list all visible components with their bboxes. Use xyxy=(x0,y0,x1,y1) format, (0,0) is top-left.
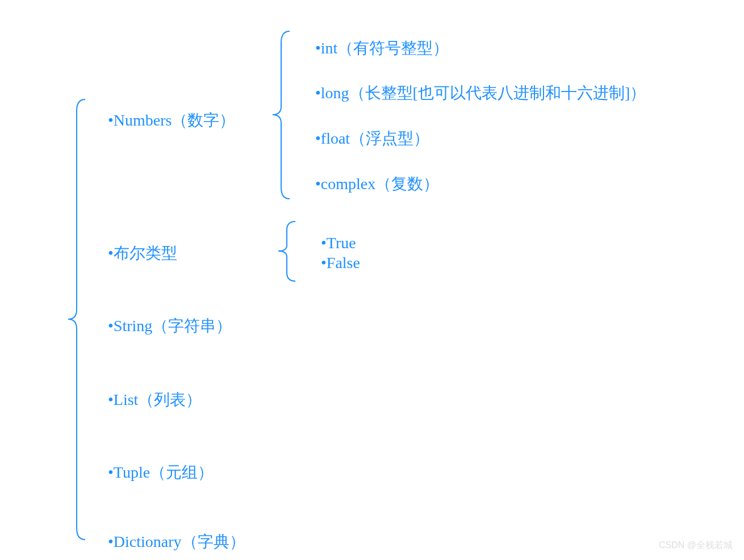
subtype-true: •True xyxy=(321,234,356,252)
subtype-false: •False xyxy=(321,254,360,272)
type-tuple: •Tuple（元组） xyxy=(108,462,214,483)
type-bool: •布尔类型 xyxy=(108,243,177,264)
watermark: CSDN @全栈若城 xyxy=(659,540,733,551)
subtype-float: •float（浮点型） xyxy=(315,128,429,149)
subtype-complex: •complex（复数） xyxy=(315,173,439,195)
subtype-long: •long（长整型[也可以代表八进制和十六进制]） xyxy=(315,82,646,104)
type-numbers: •Numbers（数字） xyxy=(108,110,235,131)
bool-brace-icon xyxy=(275,222,298,281)
type-list: •List（列表） xyxy=(108,389,202,411)
type-string: •String（字符串） xyxy=(108,315,232,337)
main-brace-icon xyxy=(65,99,88,540)
numbers-brace-icon xyxy=(270,31,292,199)
type-dictionary: •Dictionary（字典） xyxy=(108,531,245,553)
subtype-int: •int（有符号整型） xyxy=(315,37,449,59)
